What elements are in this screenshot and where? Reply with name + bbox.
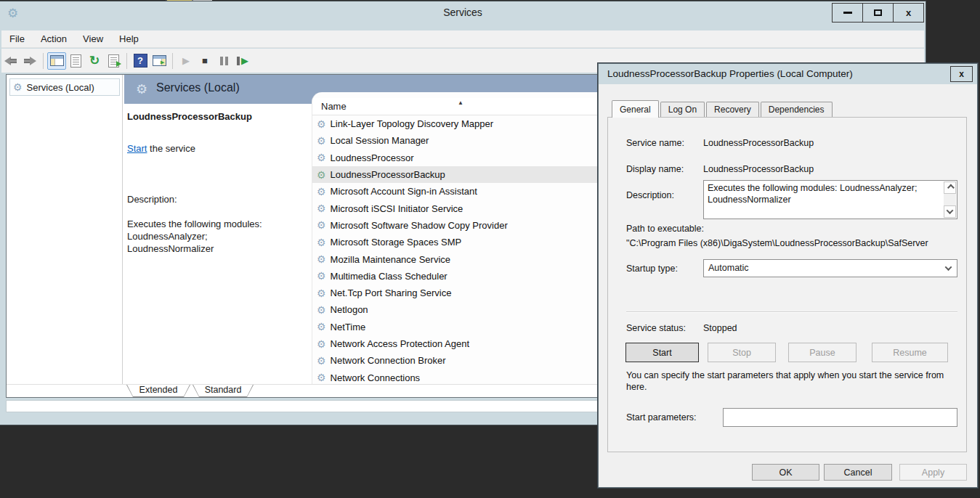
show-console-tree-icon[interactable]	[47, 52, 66, 70]
toolbar-separator	[172, 53, 173, 69]
services-gear-icon: ⚙	[13, 81, 23, 93]
pause-button: Pause	[788, 343, 857, 362]
desktop: ⚙ Services x File Action View Help ↻	[0, 0, 980, 498]
extended-description-panel: LoudnessProcessorBackup Start the servic…	[124, 104, 312, 384]
service-gear-icon: ⚙	[317, 253, 326, 265]
export-list-icon[interactable]	[104, 52, 123, 70]
menu-help[interactable]: Help	[111, 33, 147, 44]
services-titlebar[interactable]: ⚙ Services x	[0, 1, 926, 26]
stop-service-icon[interactable]: ■	[195, 52, 214, 70]
maximize-icon	[874, 9, 882, 16]
service-gear-icon: ⚙	[317, 270, 326, 282]
console-tree-pane: ⚙ Services (Local)	[7, 75, 123, 397]
service-gear-icon: ⚙	[317, 372, 326, 383]
description-label: Description:	[626, 190, 674, 200]
show-action-pane-icon[interactable]: ▶	[150, 52, 169, 70]
chevron-down-icon	[945, 264, 952, 271]
tree-item-label: Services (Local)	[27, 82, 94, 93]
back-icon[interactable]	[1, 52, 20, 70]
tab-standard[interactable]: Standard	[193, 385, 254, 397]
description-label: Description:	[127, 193, 309, 205]
start-parameters-label: Start parameters:	[626, 412, 697, 423]
tab-recovery[interactable]: Recovery	[706, 102, 759, 118]
close-icon: x	[959, 69, 964, 79]
forward-icon[interactable]	[20, 52, 39, 70]
service-gear-icon: ⚙	[317, 304, 326, 316]
menu-view[interactable]: View	[75, 33, 111, 44]
window-title: Services	[0, 7, 926, 18]
startup-type-select[interactable]: Automatic	[703, 259, 957, 277]
service-gear-icon: ⚙	[317, 203, 326, 214]
properties-icon[interactable]	[66, 52, 85, 70]
selected-service-name: LoudnessProcessorBackup	[127, 111, 309, 122]
service-gear-icon: ⚙	[317, 186, 326, 197]
help-icon[interactable]: ?	[131, 52, 150, 70]
tab-log-on[interactable]: Log On	[660, 102, 705, 118]
toolbar-separator	[126, 53, 127, 69]
dialog-close-button[interactable]: x	[950, 66, 973, 82]
divider	[626, 311, 957, 312]
service-gear-icon: ⚙	[317, 169, 326, 181]
service-status-value: Stopped	[703, 323, 737, 333]
path-to-executable-label: Path to executable:	[626, 224, 704, 234]
description-field[interactable]: Executes the following modules: Loudness…	[703, 180, 957, 219]
tab-extended[interactable]: Extended	[126, 385, 190, 397]
display-name-label: Display name:	[626, 164, 684, 174]
service-gear-icon: ⚙	[317, 237, 326, 248]
properties-dialog: LoudnessProcessorBackup Properties (Loca…	[598, 63, 978, 488]
apply-button: Apply	[899, 464, 967, 481]
maximize-button[interactable]	[862, 3, 894, 23]
dialog-tabs: General Log On Recovery Dependencies	[612, 102, 834, 118]
menu-action[interactable]: Action	[33, 33, 75, 44]
start-service-suffix: the service	[147, 143, 195, 154]
minimize-button[interactable]	[832, 3, 863, 23]
menu-file[interactable]: File	[1, 33, 33, 44]
startup-type-label: Startup type:	[626, 264, 678, 274]
sort-ascending-icon: ▲	[458, 99, 463, 106]
tree-item-services-local[interactable]: ⚙ Services (Local)	[9, 78, 120, 96]
scroll-up-icon[interactable]	[944, 181, 956, 194]
close-button[interactable]: x	[893, 3, 924, 23]
ok-button[interactable]: OK	[752, 464, 819, 481]
service-gear-icon: ⚙	[317, 355, 326, 367]
description-scrollbar	[944, 181, 956, 218]
service-gear-icon: ⚙	[317, 287, 326, 299]
menu-bar: File Action View Help	[1, 30, 924, 48]
general-tab-page: Service name: LoudnessProcessorBackup Di…	[607, 117, 967, 452]
refresh-icon[interactable]: ↻	[85, 52, 104, 70]
stop-button: Stop	[708, 343, 776, 362]
services-gear-icon: ⚙	[136, 81, 147, 97]
service-gear-icon: ⚙	[317, 118, 326, 130]
service-name-label: Service name:	[626, 138, 684, 148]
pane-header-title: Services (Local)	[156, 81, 240, 94]
start-button[interactable]: Start	[625, 343, 699, 362]
name-column-header[interactable]: Name	[321, 101, 347, 112]
service-gear-icon: ⚙	[317, 219, 326, 231]
toolbar-separator	[43, 53, 44, 69]
service-gear-icon: ⚙	[317, 152, 326, 163]
scroll-down-icon[interactable]	[944, 205, 956, 218]
service-name-value: LoudnessProcessorBackup	[703, 138, 814, 148]
display-name-value: LoudnessProcessorBackup	[703, 164, 814, 174]
service-gear-icon: ⚙	[317, 135, 326, 147]
path-to-executable-value: "C:\Program Files (x86)\DigaSystem\Loudn…	[626, 238, 962, 248]
close-icon: x	[906, 7, 911, 18]
service-status-label: Service status:	[626, 323, 686, 333]
dialog-titlebar[interactable]: LoudnessProcessorBackup Properties (Loca…	[599, 64, 977, 84]
restart-service-icon[interactable]: ▶	[233, 52, 252, 70]
start-parameters-hint: You can specify the start parameters tha…	[626, 370, 949, 393]
resume-button: Resume	[872, 343, 948, 362]
minimize-icon	[843, 12, 852, 14]
start-parameters-input[interactable]	[723, 408, 957, 427]
service-gear-icon: ⚙	[317, 321, 326, 332]
pause-service-icon[interactable]	[214, 52, 233, 70]
cancel-button[interactable]: Cancel	[824, 464, 892, 481]
dialog-title: LoudnessProcessorBackup Properties (Loca…	[607, 68, 853, 79]
service-gear-icon: ⚙	[317, 338, 326, 350]
tab-general[interactable]: General	[612, 100, 659, 118]
start-service-link[interactable]: Start	[127, 143, 147, 154]
start-service-icon[interactable]: ▶	[177, 52, 195, 70]
description-text: Executes the following modules: Loudness…	[127, 218, 309, 255]
tab-dependencies[interactable]: Dependencies	[761, 102, 833, 118]
